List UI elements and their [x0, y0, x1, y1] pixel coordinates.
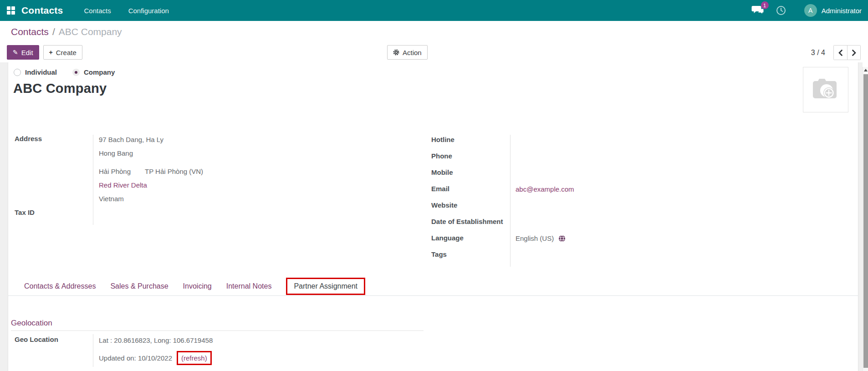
breadcrumb: Contacts/ABC Company: [11, 26, 122, 37]
plus-icon: +: [49, 49, 53, 56]
messages-badge: 1: [761, 1, 769, 9]
chevron-left-icon: [838, 50, 843, 56]
phone-label: Phone: [431, 152, 452, 160]
record-title: ABC Company: [13, 81, 107, 96]
mobile-label: Mobile: [431, 168, 453, 176]
company-type-selector: Individual Company: [14, 68, 115, 76]
radio-individual-label: Individual: [25, 68, 57, 76]
geo-coordinates: Lat : 20.8616823, Long: 106.6719458: [99, 336, 213, 344]
breadcrumb-separator: /: [52, 26, 55, 37]
breadcrumb-current: ABC Company: [59, 26, 122, 37]
globe-icon[interactable]: [558, 235, 566, 242]
address-country: Vietnam: [99, 195, 124, 203]
notebook-tabs: Contacts & Addresses Sales & Purchase In…: [8, 277, 858, 296]
pager-value: 3 / 4: [811, 49, 825, 57]
user-name[interactable]: Administrator: [822, 7, 862, 15]
messages-button[interactable]: 1: [751, 5, 765, 16]
camera-add-icon: [812, 77, 840, 102]
tab-internal-notes[interactable]: Internal Notes: [226, 282, 272, 290]
tab-partner-assignment[interactable]: Partner Assignment: [294, 282, 357, 290]
app-title: Contacts: [21, 5, 63, 16]
language-value: English (US): [516, 234, 554, 242]
radio-company-label: Company: [84, 68, 115, 76]
menu-configuration[interactable]: Configuration: [128, 7, 169, 15]
geo-location-label: Geo Location: [15, 335, 58, 343]
tab-invoicing[interactable]: Invoicing: [183, 282, 212, 290]
tab-sales-purchase[interactable]: Sales & Purchase: [110, 282, 168, 290]
pager-next-button[interactable]: [847, 46, 860, 60]
geo-group-separator: [93, 334, 93, 367]
geo-refresh-link[interactable]: (refresh): [181, 354, 207, 362]
address-city: Hải Phòng: [99, 168, 131, 175]
tax-id-label: Tax ID: [15, 208, 35, 216]
address-state: TP Hải Phòng (VN): [145, 168, 203, 175]
page-background-right: [858, 62, 863, 371]
date-of-establishment-label: Date of Establishment: [431, 218, 503, 225]
pencil-icon: ✎: [13, 49, 18, 56]
tags-label: Tags: [431, 250, 447, 258]
radio-company[interactable]: [72, 69, 80, 76]
email-value[interactable]: abc@example.com: [516, 185, 574, 193]
apps-grid-icon[interactable]: [7, 6, 15, 15]
scroll-up-arrow-icon[interactable]: [864, 69, 868, 71]
menu-contacts[interactable]: Contacts: [84, 7, 111, 15]
annotation-box-partner-assignment: Partner Assignment: [286, 278, 365, 295]
left-group-separator: [93, 135, 93, 225]
vertical-scrollbar[interactable]: [863, 67, 868, 371]
email-label: Email: [431, 185, 449, 193]
tab-contacts-addresses[interactable]: Contacts & Addresses: [24, 282, 96, 290]
address-label: Address: [15, 135, 42, 142]
edit-button[interactable]: ✎Edit: [7, 45, 39, 60]
geolocation-section-title: Geolocation: [11, 319, 52, 328]
language-value-row: English (US): [516, 234, 566, 242]
right-group-separator: [510, 135, 511, 267]
page-background-left: [0, 62, 8, 371]
annotation-box-refresh: (refresh): [177, 351, 212, 365]
geolocation-divider: [11, 330, 424, 331]
pager: 3 / 4: [811, 45, 861, 60]
chevron-right-icon: [852, 50, 857, 56]
language-label: Language: [431, 234, 464, 242]
activities-clock-icon[interactable]: [776, 5, 786, 15]
hotline-label: Hotline: [431, 136, 454, 143]
radio-individual[interactable]: [14, 69, 21, 76]
action-button[interactable]: Action: [387, 45, 428, 60]
geo-updated-text: Updated on: 10/10/2022: [99, 354, 172, 362]
top-navbar: Contacts Contacts Configuration 1 A Admi…: [0, 0, 868, 21]
company-photo-placeholder[interactable]: [803, 67, 848, 112]
user-avatar[interactable]: A: [804, 4, 817, 17]
scrollbar-thumb[interactable]: [863, 74, 868, 368]
website-label: Website: [431, 201, 457, 209]
address-street2: Hong Bang: [99, 149, 133, 157]
address-region-link[interactable]: Red River Delta: [99, 181, 147, 189]
breadcrumb-parent-link[interactable]: Contacts: [11, 26, 49, 37]
pager-previous-button[interactable]: [834, 46, 847, 60]
create-button[interactable]: +Create: [43, 45, 82, 60]
address-street: 97 Bach Dang, Ha Ly: [99, 136, 163, 143]
gear-icon: [393, 49, 399, 56]
